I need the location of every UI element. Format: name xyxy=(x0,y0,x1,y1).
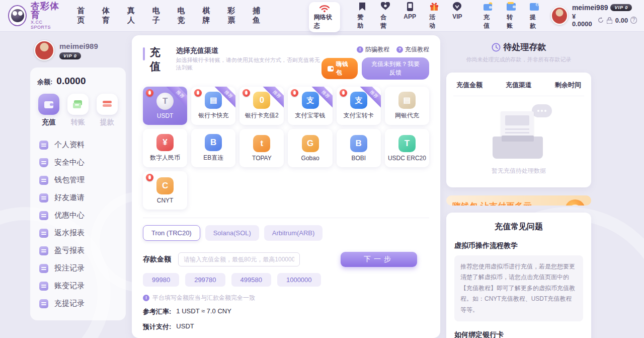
quick-amounts: 99980 299780 499580 1000000 xyxy=(143,273,429,287)
column-time-left: 剩余时间 xyxy=(555,81,581,90)
sidebar-item-account-changes[interactable]: 账变记录 xyxy=(37,277,119,295)
divider xyxy=(143,218,429,218)
user-avatar[interactable] xyxy=(551,7,568,25)
sidebar-actions: 充值 转账 提款 xyxy=(37,94,119,130)
title-accent-bar xyxy=(143,47,145,60)
action-label: 提款 xyxy=(100,118,114,127)
refresh-balance-icon[interactable] xyxy=(598,17,604,24)
faq-question-crypto-tutorial[interactable]: 虚拟币操作流程教学 xyxy=(454,241,583,250)
nav-link-slots[interactable]: 电子 xyxy=(152,6,165,25)
channel-usdc-erc20[interactable]: T USDC ERC20 xyxy=(385,129,429,167)
sidebar-deposit-button[interactable]: 充值 xyxy=(38,94,59,127)
rate-label: 参考汇率: xyxy=(143,307,171,316)
estimated-pay-label: 预计支付: xyxy=(143,322,171,331)
security-shield-icon xyxy=(39,158,48,167)
main-nav: 首页 体育 真人 电子 电竞 棋牌 彩票 捕鱼 xyxy=(77,6,265,25)
sidebar-item-invite[interactable]: 好友邀请 xyxy=(37,189,119,207)
nav-link-lottery[interactable]: 彩票 xyxy=(227,6,239,25)
nav-link-fishing[interactable]: 捕鱼 xyxy=(253,6,265,25)
deposit-amount-label: 存款金额 xyxy=(143,255,171,264)
pending-deposits-title: 待处理存款 xyxy=(504,41,546,53)
deposit-amount-input[interactable] xyxy=(178,252,300,266)
nav-link-esports[interactable]: 电竞 xyxy=(178,6,190,25)
channel-usdt[interactable]: 推荐 T USDT xyxy=(143,87,187,125)
tab-arbitrum-arb[interactable]: Arbitrum(ARB) xyxy=(264,225,323,241)
app-logo[interactable]: 杏彩体育 X.CC SPORTS xyxy=(8,2,64,30)
hi-wallet-promo-banner[interactable]: 嗨钱包 让支付更多元 1:1 数位转换 RMB → CNYT、USDT xyxy=(446,195,591,206)
channel-netbank[interactable]: ▤ 网银代充 xyxy=(385,87,429,125)
sidebar-item-profit[interactable]: 盈亏报表 xyxy=(37,242,119,259)
shortcut-label: 赞助 xyxy=(357,13,367,30)
channel-bobi[interactable]: B BOBI xyxy=(337,129,381,167)
nav-link-sports[interactable]: 体育 xyxy=(102,6,114,25)
hi-wallet-badge[interactable]: 嗨钱包 xyxy=(321,58,358,79)
vip-button[interactable]: VIP xyxy=(452,2,462,30)
withdraw-shortcut-button[interactable]: 提款 xyxy=(530,2,540,30)
sidebar-transfer-button[interactable]: 转账 xyxy=(67,94,89,127)
sidebar-vip-badge: VIP 0 xyxy=(59,52,81,59)
faq-question-bind-bank-card[interactable]: 如何绑定银行卡 xyxy=(454,330,583,338)
pending-table-header: 充值金额 充值渠道 剩余时间 xyxy=(453,80,584,96)
promotions-button[interactable]: 活动 xyxy=(429,2,439,30)
quick-amount-chip[interactable]: 99980 xyxy=(143,273,179,287)
channel-ecny[interactable]: ¥ 数字人民币 xyxy=(143,129,187,167)
usdc-coin-icon: T xyxy=(398,135,416,152)
hot-icon xyxy=(146,89,153,97)
help-icon[interactable]: ? xyxy=(630,17,637,24)
channel-alipay-balance[interactable]: 推荐 支 支付宝零钱 xyxy=(288,87,332,125)
username[interactable]: meimei989 xyxy=(572,4,608,12)
column-channel: 充值渠道 xyxy=(506,81,532,90)
nav-link-live[interactable]: 真人 xyxy=(127,6,139,25)
sponsor-button[interactable]: 赞助 xyxy=(357,2,367,30)
sidebar-item-rebate[interactable]: 返水报表 xyxy=(37,224,119,242)
channel-bank-fast[interactable]: 推荐 ▤ 银行卡快充 xyxy=(191,87,235,125)
rate-value: 1 USDT ≈ 7.0 CNY xyxy=(176,307,231,316)
channel-alipay-card[interactable]: 推荐 支 支付宝转卡 xyxy=(337,87,381,125)
channel-eb-direct[interactable]: B EB直连 xyxy=(191,129,235,167)
sidebar-item-deposit-withdraw-records[interactable]: 充提记录 xyxy=(37,295,119,312)
pending-deposits-card: 充值金额 充值渠道 剩余时间 暂无充值待处理数据 xyxy=(446,73,591,187)
quick-amount-chip[interactable]: 1000000 xyxy=(277,273,321,287)
partner-button[interactable]: 合营 xyxy=(380,2,390,30)
sidebar-menu: 个人资料 安全中心 钱包管理 好友邀请 优惠中心 返水报表 盈亏报表 投注记录 … xyxy=(37,136,119,312)
phone-icon xyxy=(405,2,415,12)
sidebar-item-profile[interactable]: 个人资料 xyxy=(37,136,119,154)
nav-link-cards[interactable]: 棋牌 xyxy=(202,6,214,25)
pending-deposits-subtitle: 你尚未处理完成的存款，并非所有存款记录 xyxy=(446,56,591,63)
speech-bubble-icon xyxy=(532,104,552,117)
deposit-withdraw-records-icon xyxy=(39,299,48,308)
gift-icon xyxy=(429,2,439,12)
app-download-button[interactable]: APP xyxy=(404,2,416,30)
sidebar-user-avatar[interactable] xyxy=(34,40,54,60)
estimated-pay-value: USDT xyxy=(176,322,194,331)
shortcut-label: 活动 xyxy=(429,13,439,30)
tab-solana-sol[interactable]: Solana(SOL) xyxy=(205,225,259,241)
channel-topay[interactable]: t TOPAY xyxy=(239,129,284,167)
channel-gobao[interactable]: G Gobao xyxy=(288,129,332,167)
vip-pin-icon xyxy=(452,2,462,12)
network-status-button[interactable]: 网络状态 xyxy=(309,2,340,32)
tab-tron-trc20[interactable]: Tron (TRC20) xyxy=(143,225,200,241)
nav-link-home[interactable]: 首页 xyxy=(77,6,89,25)
sidebar-withdraw-button[interactable]: 提款 xyxy=(97,94,118,127)
sidebar-item-security[interactable]: 安全中心 xyxy=(37,154,119,171)
sidebar-item-wallet[interactable]: 钱包管理 xyxy=(37,171,119,189)
next-step-button[interactable]: 下一步 xyxy=(341,252,417,267)
quick-amount-chip[interactable]: 499580 xyxy=(231,273,271,287)
sidebar-item-promo[interactable]: 优惠中心 xyxy=(37,207,119,224)
topay-icon: t xyxy=(253,135,270,152)
sidebar-item-bets[interactable]: 投注记录 xyxy=(37,259,119,277)
anti-fraud-tutorial-link[interactable]: ! 防骗教程 xyxy=(357,45,389,54)
transfer-shortcut-button[interactable]: 转账 xyxy=(507,2,517,30)
profile-icon xyxy=(39,141,48,150)
channel-bank-2[interactable]: 推荐 0 银行卡充值2 xyxy=(239,87,284,125)
channel-cnyt[interactable]: C CNYT xyxy=(143,171,187,210)
gobao-icon: G xyxy=(302,135,319,152)
recharge-tutorial-link[interactable]: ? 充值教程 xyxy=(396,45,429,54)
withdraw-wallet-icon xyxy=(530,2,540,12)
deposit-wallet-icon xyxy=(484,2,494,12)
deposit-shortcut-button[interactable]: 充值 xyxy=(484,2,494,30)
feedback-button[interactable]: 充值未到账？我要反馈 xyxy=(362,57,429,80)
brand-title: 杏彩体育 xyxy=(31,2,64,20)
quick-amount-chip[interactable]: 299780 xyxy=(185,273,225,287)
